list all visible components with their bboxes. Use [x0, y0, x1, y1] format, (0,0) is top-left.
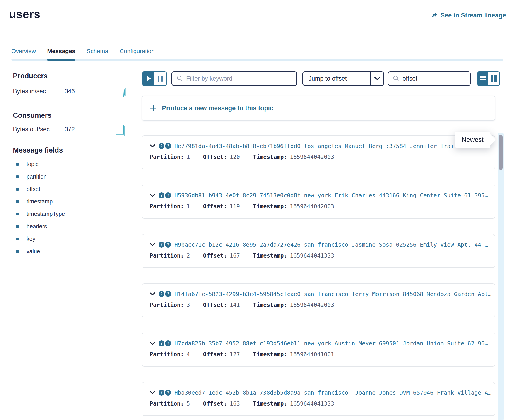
bytes-out-sparkline — [116, 123, 126, 136]
message-row[interactable]: ?? He77981da-4a43-48ab-b8f8-cb71b96ffdd0… — [142, 135, 495, 169]
view-mode-toggle — [477, 71, 500, 86]
message-key[interactable]: H9bacc71c-b12c-4216-8e95-2a7da727e426 — [174, 241, 300, 248]
message-row[interactable]: ?? H5936db81-b943-4e0f-8c29-74513e0c0d8f… — [142, 185, 495, 219]
live-consume-toggle — [142, 71, 167, 86]
pause-icon — [158, 75, 160, 82]
field-bullet-icon — [16, 225, 19, 228]
serializer-badge-icons: ?? — [159, 242, 171, 248]
message-field-offset[interactable]: offset — [16, 183, 65, 195]
message-key[interactable]: H14fa67fe-5823-4299-b3c4-595845cfcae0 — [174, 291, 300, 297]
message-value-preview[interactable]: san francisco Jasmine Sosa 025256 Emily … — [304, 241, 488, 248]
jump-to-offset-select[interactable]: Jump to offset — [302, 71, 384, 86]
serializer-badge-icons: ?? — [159, 390, 171, 396]
list-view-button[interactable] — [477, 72, 488, 85]
field-bullet-icon — [16, 238, 19, 240]
column-view-button[interactable] — [488, 72, 500, 85]
timestamp-meta: Timestamp:1659644042003 — [253, 203, 334, 210]
lineage-arrow-icon — [430, 12, 438, 19]
produce-message-button[interactable]: Produce a new message to this topic — [142, 96, 495, 121]
list-view-icon — [480, 75, 486, 82]
message-row[interactable]: ?? H9bacc71c-b12c-4216-8e95-2a7da727e426… — [142, 234, 495, 268]
message-row[interactable]: ?? H14fa67fe-5823-4299-b3c4-595845cfcae0… — [142, 283, 495, 317]
offset-search-input[interactable] — [402, 75, 470, 82]
serializer-badge-icons: ?? — [159, 143, 171, 149]
message-field-timestamptype[interactable]: timestampType — [16, 208, 65, 220]
tab-configuration[interactable]: Configuration — [120, 48, 155, 61]
serializer-badge-icons: ?? — [159, 291, 171, 297]
timestamp-meta: Timestamp:1659644041333 — [253, 400, 334, 407]
partition-meta: Partition:1 — [150, 154, 190, 160]
field-bullet-icon — [16, 175, 19, 178]
offset-meta: Offset:163 — [203, 400, 240, 407]
partition-meta: Partition:4 — [150, 351, 190, 358]
message-fields-list: topic partition offset timestamp timesta… — [16, 158, 65, 257]
newest-tooltip-label: Newest — [462, 136, 484, 143]
bytes-in-sparkline — [122, 86, 127, 98]
message-list-scrollbar[interactable] — [498, 133, 504, 420]
play-button[interactable] — [142, 72, 154, 85]
message-value-preview[interactable]: los angeles Manuel Berg :37584 Jennifer … — [304, 143, 464, 149]
partition-meta: Partition:1 — [150, 203, 190, 210]
partition-meta: Partition:5 — [150, 400, 190, 407]
play-icon — [147, 76, 151, 81]
serializer-badge-icons: ?? — [159, 192, 171, 198]
message-key[interactable]: Hba30eed7-1edc-452b-8b1a-738d3b5d8a9a — [174, 390, 300, 396]
message-key[interactable]: H7cda825b-35b7-4952-88ef-c193d546eb11 — [174, 340, 300, 347]
expand-chevron-icon[interactable] — [150, 144, 155, 148]
field-bullet-icon — [16, 250, 19, 253]
offset-meta: Offset:127 — [203, 351, 240, 358]
bytes-out-metric: Bytes out/sec 372 — [13, 126, 110, 133]
message-field-headers[interactable]: headers — [16, 220, 65, 233]
bytes-in-metric: Bytes in/sec 346 — [13, 88, 110, 95]
bytes-in-value: 346 — [65, 88, 75, 95]
offset-meta: Offset:167 — [203, 252, 240, 259]
jump-select-value: Jump to offset — [303, 75, 370, 82]
expand-chevron-icon[interactable] — [150, 243, 155, 246]
tab-messages[interactable]: Messages — [47, 48, 75, 61]
newest-tooltip: Newest — [455, 132, 490, 148]
select-chevron-cell[interactable] — [370, 72, 383, 85]
search-icon — [177, 75, 183, 82]
bytes-out-label: Bytes out/sec — [13, 126, 65, 133]
plus-icon — [150, 105, 157, 112]
offset-search-box — [388, 71, 471, 86]
see-in-stream-lineage-link[interactable]: See in Stream lineage — [430, 12, 506, 19]
expand-chevron-icon[interactable] — [150, 342, 155, 345]
field-bullet-icon — [16, 163, 19, 166]
pause-button[interactable] — [154, 72, 166, 85]
tab-overview[interactable]: Overview — [11, 48, 36, 61]
message-key[interactable]: He77981da-4a43-48ab-b8f8-cb71b96ffdd0 — [174, 143, 300, 149]
message-row[interactable]: ?? Hba30eed7-1edc-452b-8b1a-738d3b5d8a9a… — [142, 382, 495, 416]
consumers-heading: Consumers — [13, 111, 52, 120]
message-value-preview[interactable]: new york Erik Charles 443166 King Center… — [304, 192, 488, 199]
filter-by-keyword-input[interactable] — [186, 75, 296, 82]
serializer-badge-icons: ?? — [159, 340, 171, 346]
bytes-in-label: Bytes in/sec — [13, 88, 65, 95]
message-field-topic[interactable]: topic — [16, 158, 65, 170]
partition-meta: Partition:3 — [150, 302, 190, 308]
message-row[interactable]: ?? H7cda825b-35b7-4952-88ef-c193d546eb11… — [142, 333, 495, 367]
tab-schema[interactable]: Schema — [87, 48, 108, 61]
message-field-timestamp[interactable]: timestamp — [16, 195, 65, 208]
expand-chevron-icon[interactable] — [150, 292, 155, 296]
column-view-icon — [490, 75, 498, 82]
message-value-preview[interactable]: san francisco Joanne Jones DVM 657046 Fr… — [304, 390, 491, 396]
page-title: users — [9, 8, 40, 21]
chevron-down-icon — [374, 77, 380, 80]
message-value-preview[interactable]: new york Austin Meyer 699501 Jordan Unio… — [304, 340, 488, 347]
expand-chevron-icon[interactable] — [150, 194, 155, 197]
offset-meta: Offset:119 — [203, 203, 240, 210]
offset-meta: Offset:141 — [203, 302, 240, 308]
filter-input-box — [171, 71, 297, 86]
search-icon — [393, 75, 399, 82]
message-field-key[interactable]: key — [16, 233, 65, 245]
message-list: ?? He77981da-4a43-48ab-b8f8-cb71b96ffdd0… — [142, 135, 495, 420]
scrollbar-thumb[interactable] — [499, 135, 503, 170]
timestamp-meta: Timestamp:1659644041001 — [253, 351, 334, 358]
message-field-value[interactable]: value — [16, 245, 65, 257]
message-field-partition[interactable]: partition — [16, 170, 65, 183]
message-value-preview[interactable]: san francisco Terry Morrison 845068 Mend… — [304, 291, 491, 297]
message-key[interactable]: H5936db81-b943-4e0f-8c29-74513e0c0d8f — [174, 192, 300, 199]
field-bullet-icon — [16, 188, 19, 191]
expand-chevron-icon[interactable] — [150, 391, 155, 394]
